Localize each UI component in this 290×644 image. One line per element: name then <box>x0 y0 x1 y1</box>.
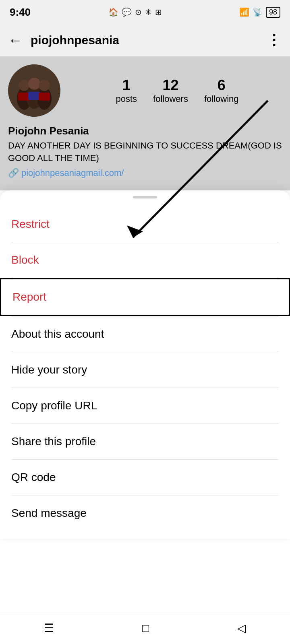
status-right: 📶 📡 98 <box>239 7 280 18</box>
stats-container: 1 posts 12 followers 6 following <box>72 77 282 104</box>
profile-bio: DAY ANOTHER DAY IS BEGINNING TO SUCCESS … <box>8 140 282 165</box>
stat-posts[interactable]: 1 posts <box>116 77 137 104</box>
signal-icon: 📡 <box>253 7 263 17</box>
svg-rect-11 <box>39 93 50 101</box>
menu-item-restrict[interactable]: Restrict <box>0 206 290 242</box>
messenger-icon: 💬 <box>122 7 132 17</box>
profile-top: 1 posts 12 followers 6 following <box>8 64 282 117</box>
status-icons: 🏠 💬 ⊙ ✳ ⊞ <box>108 7 162 17</box>
svg-point-8 <box>39 80 50 91</box>
menu-item-share-profile[interactable]: Share this profile <box>0 424 290 459</box>
nav-menu-button[interactable]: ☰ <box>44 621 54 635</box>
camera-icon: ⊞ <box>155 7 162 17</box>
back-button[interactable]: ← <box>8 32 23 49</box>
stat-following[interactable]: 6 following <box>204 77 239 104</box>
menu-item-send-message[interactable]: Send message <box>0 495 290 531</box>
menu-item-qr-code[interactable]: QR code <box>0 460 290 495</box>
battery-indicator: 98 <box>266 7 280 18</box>
sheet-handle <box>133 196 157 198</box>
profile-link[interactable]: 🔗 piojohnpesaniagmail.com/ <box>8 168 282 178</box>
shazam-icon: ✳ <box>145 7 152 17</box>
header: ← piojohnpesania ⋮ <box>0 24 290 56</box>
stat-followers[interactable]: 12 followers <box>153 77 188 104</box>
menu-item-hide-story[interactable]: Hide your story <box>0 352 290 388</box>
status-bar: 9:40 🏠 💬 ⊙ ✳ ⊞ 📶 📡 98 <box>0 0 290 24</box>
link-icon: 🔗 <box>8 168 19 178</box>
menu-item-report[interactable]: Report <box>0 278 290 316</box>
menu-item-about[interactable]: About this account <box>0 316 290 352</box>
header-left: ← piojohnpesania <box>8 32 119 49</box>
wifi-icon: 📶 <box>239 7 249 17</box>
bottom-sheet: Restrict Block Report About this account… <box>0 190 290 539</box>
svg-point-6 <box>28 78 40 90</box>
profile-section: 1 posts 12 followers 6 following Piojohn… <box>0 56 290 190</box>
avatar <box>8 64 60 117</box>
nav-bar: ☰ □ ◁ <box>0 612 290 644</box>
menu-item-block[interactable]: Block <box>0 242 290 278</box>
profile-name: Piojohn Pesania <box>8 125 282 137</box>
menu-item-copy-url[interactable]: Copy profile URL <box>0 388 290 423</box>
opera-icon: ⊙ <box>135 7 142 17</box>
more-options-button[interactable]: ⋮ <box>267 32 282 49</box>
header-username: piojohnpesania <box>31 33 119 47</box>
nav-back-button[interactable]: ◁ <box>237 621 246 635</box>
nav-home-button[interactable]: □ <box>142 622 149 635</box>
heart-icon: 🏠 <box>108 7 118 17</box>
svg-rect-10 <box>28 92 40 100</box>
status-time: 9:40 <box>10 6 31 19</box>
sheet-handle-container <box>0 190 290 206</box>
